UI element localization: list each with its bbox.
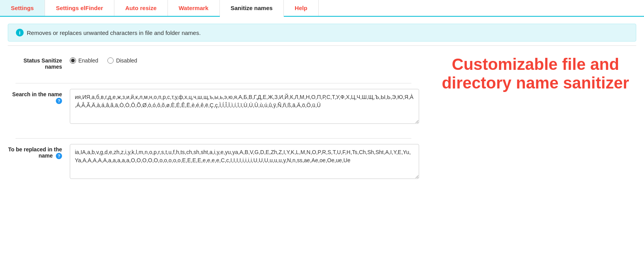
status-sanitize-label: Status Sanitize names — [8, 55, 70, 70]
tab-auto-resize[interactable]: Auto resize — [114, 0, 168, 16]
replace-name-label: To be replaced in the name ? — [8, 144, 70, 159]
tab-watermark[interactable]: Watermark — [168, 0, 220, 16]
info-banner: i Removes or replaces unwanted character… — [8, 24, 636, 42]
replace-name-row: To be replaced in the name ? — [8, 140, 419, 184]
tab-bar: Settings Settings elFinder Auto resize W… — [0, 0, 644, 17]
status-sanitize-row: Status Sanitize names Enabled Disabled — [8, 51, 419, 74]
replace-textarea-wrapper — [70, 144, 419, 180]
replace-name-textarea[interactable] — [70, 144, 419, 179]
info-icon: i — [16, 29, 24, 36]
status-radio-group: Enabled Disabled — [70, 55, 137, 64]
form-area: Status Sanitize names Enabled Disabled S… — [8, 51, 419, 193]
radio-enabled-option[interactable]: Enabled — [70, 57, 98, 64]
divider-2 — [16, 83, 411, 83]
replace-help-icon[interactable]: ? — [56, 153, 62, 159]
search-help-icon[interactable]: ? — [56, 98, 62, 104]
radio-disabled[interactable] — [107, 57, 114, 64]
promo-title: Customizable file and directory name san… — [435, 55, 636, 93]
tab-settings[interactable]: Settings — [0, 0, 45, 16]
promo-area: Customizable file and directory name san… — [435, 51, 636, 193]
divider — [8, 45, 636, 46]
search-name-row: Search in the name ? — [8, 85, 419, 129]
info-text: Removes or replaces unwanted characters … — [27, 29, 201, 36]
tab-settings-elfinder[interactable]: Settings elFinder — [45, 0, 114, 16]
tab-help[interactable]: Help — [284, 0, 319, 16]
search-name-textarea[interactable] — [70, 89, 419, 124]
search-name-label: Search in the name ? — [8, 89, 70, 104]
radio-enabled-label: Enabled — [78, 57, 98, 64]
radio-enabled[interactable] — [70, 57, 76, 64]
divider-3 — [16, 138, 411, 139]
radio-disabled-label: Disabled — [116, 57, 137, 64]
search-textarea-wrapper — [70, 89, 419, 125]
radio-disabled-option[interactable]: Disabled — [107, 57, 137, 64]
tab-sanitize-names[interactable]: Sanitize names — [220, 0, 284, 17]
main-content: Status Sanitize names Enabled Disabled S… — [0, 47, 644, 197]
